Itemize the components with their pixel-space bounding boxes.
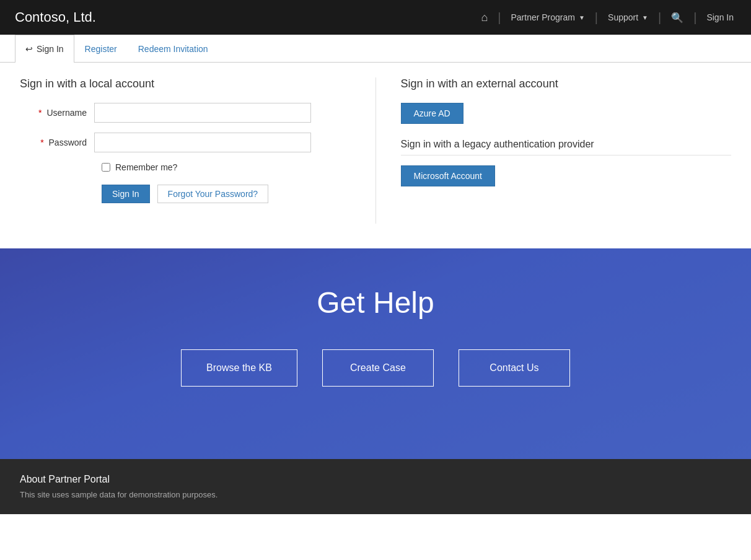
tab-redeem-invitation[interactable]: Redeem Invitation: [128, 35, 219, 63]
password-required-star: *: [40, 138, 43, 147]
browse-kb-button[interactable]: Browse the KB: [181, 349, 297, 387]
nav-divider-1: |: [498, 11, 501, 25]
forgot-password-button[interactable]: Forgot Your Password?: [157, 185, 269, 203]
partner-program-label: Partner Program: [511, 12, 574, 22]
nav-divider-3: |: [658, 11, 661, 25]
password-row: * Password: [20, 133, 351, 152]
password-label: * Password: [20, 138, 94, 147]
local-account-title: Sign in with a local account: [20, 77, 351, 90]
site-logo: Contoso, Ltd.: [15, 9, 478, 25]
password-input[interactable]: [94, 133, 311, 152]
home-icon: ⌂: [481, 11, 488, 24]
partner-program-dropdown-icon: ▼: [579, 14, 585, 21]
form-actions: Sign In Forgot Your Password?: [102, 185, 351, 203]
username-input[interactable]: [94, 103, 311, 123]
search-button[interactable]: 🔍: [669, 12, 686, 24]
username-row: * Username: [20, 103, 351, 123]
partner-program-nav-item[interactable]: Partner Program ▼: [508, 12, 587, 22]
legacy-auth-title: Sign in with a legacy authentication pro…: [401, 139, 732, 155]
external-account-section: Sign in with an external account Azure A…: [376, 77, 732, 224]
microsoft-account-button[interactable]: Microsoft Account: [401, 165, 496, 186]
sign-in-area: Sign in with a local account * Username …: [0, 63, 751, 248]
tab-list: ↩ Sign In Register Redeem Invitation: [15, 35, 736, 62]
remember-me-row: Remember me?: [102, 162, 351, 172]
main-content: ↩ Sign In Register Redeem Invitation Sig…: [0, 35, 751, 248]
get-help-content: Get Help Browse the KB Create Case Conta…: [15, 286, 736, 387]
remember-me-checkbox[interactable]: [102, 163, 110, 172]
sign-in-tab-icon: ↩: [25, 44, 33, 54]
create-case-button[interactable]: Create Case: [322, 349, 434, 387]
local-account-section: Sign in with a local account * Username …: [20, 77, 376, 224]
nav-divider-4: |: [693, 11, 696, 25]
footer-title: About Partner Portal: [20, 474, 731, 485]
tabs-container: ↩ Sign In Register Redeem Invitation: [0, 35, 751, 63]
remember-me-label: Remember me?: [115, 162, 177, 172]
redeem-tab-label: Redeem Invitation: [138, 44, 208, 54]
support-label: Support: [608, 12, 638, 22]
tab-sign-in[interactable]: ↩ Sign In: [15, 35, 74, 63]
header-nav: ⌂ | Partner Program ▼ | Support ▼ | 🔍 | …: [478, 11, 736, 25]
get-help-title: Get Help: [15, 286, 736, 320]
register-tab-label: Register: [85, 44, 117, 54]
sign-in-nav-item[interactable]: Sign In: [704, 12, 736, 22]
azure-ad-button[interactable]: Azure AD: [401, 103, 463, 124]
sign-in-tab-label: Sign In: [37, 44, 64, 54]
get-help-buttons: Browse the KB Create Case Contact Us: [15, 349, 736, 387]
support-nav-item[interactable]: Support ▼: [605, 12, 651, 22]
tab-register[interactable]: Register: [74, 35, 128, 63]
site-footer: About Partner Portal This site uses samp…: [0, 459, 751, 514]
site-header: Contoso, Ltd. ⌂ | Partner Program ▼ | Su…: [0, 0, 751, 35]
contact-us-button[interactable]: Contact Us: [459, 349, 570, 387]
sign-in-button[interactable]: Sign In: [102, 185, 150, 203]
external-account-title: Sign in with an external account: [401, 77, 732, 90]
footer-text: This site uses sample data for demonstra…: [20, 490, 731, 499]
get-help-section: Get Help Browse the KB Create Case Conta…: [0, 248, 751, 459]
home-nav-item[interactable]: ⌂: [478, 11, 490, 24]
support-dropdown-icon: ▼: [642, 14, 648, 21]
nav-divider-2: |: [595, 11, 598, 25]
username-label: * Username: [20, 108, 94, 118]
username-required-star: *: [38, 108, 42, 118]
legacy-section: Sign in with a legacy authentication pro…: [401, 139, 732, 186]
